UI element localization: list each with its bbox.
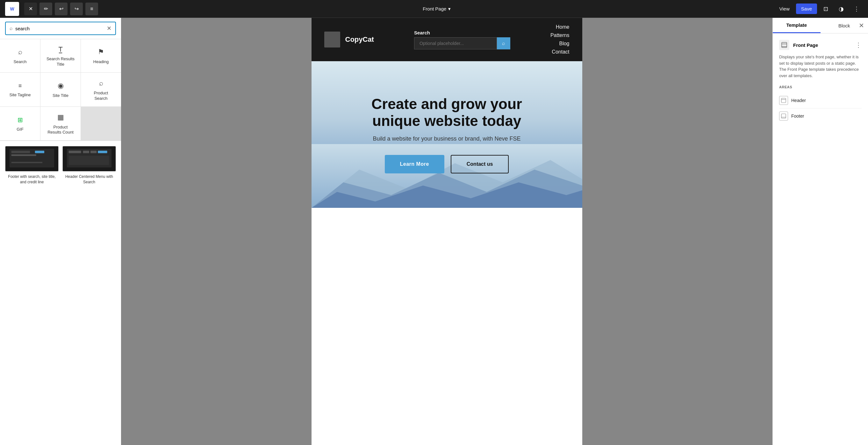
svg-rect-7 — [11, 162, 42, 163]
contrast-icon: ◑ — [839, 5, 844, 12]
search-widget-input[interactable] — [414, 37, 497, 50]
site-nav: Home Patterns Blog Contact — [551, 24, 569, 55]
svg-rect-22 — [781, 98, 786, 102]
left-sidebar: ⌕ ✕ ⌕ Search T̲ Search ResultsTitle ⚑ He… — [0, 18, 121, 445]
layout-icon: ⊡ — [824, 5, 828, 12]
search-widget-row: ⌕ — [414, 37, 510, 50]
close-button[interactable]: ✕ — [24, 3, 37, 15]
hero-content: Create and grow yourunique website today… — [371, 96, 522, 174]
layout-button[interactable]: ⊡ — [819, 3, 832, 15]
area-footer[interactable]: Footer — [779, 108, 862, 124]
svg-rect-11 — [83, 151, 90, 153]
learn-more-button[interactable]: Learn More — [385, 155, 444, 173]
search-block-icon: ⌕ — [18, 48, 22, 56]
svg-rect-4 — [11, 151, 30, 153]
header-area-icon — [779, 96, 788, 105]
hero-buttons: Learn More Contact us — [371, 155, 522, 173]
panel-content: Front Page ⋮ Displays your site's front … — [773, 33, 868, 445]
pencil-icon: ✏ — [44, 6, 48, 12]
search-widget-label: Search — [414, 30, 510, 35]
toolbar-center: Front Page ▾ — [423, 6, 451, 12]
search-input[interactable] — [15, 26, 104, 31]
block-label-product-results-count: ProductResults Count — [48, 125, 73, 136]
site-name: CopyCat — [345, 35, 374, 44]
block-label-heading: Heading — [93, 59, 108, 65]
list-view-button[interactable]: ≡ — [85, 3, 98, 15]
svg-rect-10 — [69, 151, 81, 153]
svg-text:W: W — [10, 6, 14, 11]
panel-template-item: Front Page ⋮ — [779, 40, 862, 50]
close-panel-button[interactable]: ✕ — [859, 22, 864, 29]
block-search-box: ⌕ ✕ — [0, 18, 121, 39]
area-header[interactable]: Header — [779, 93, 862, 108]
block-item-site-title[interactable]: ◉ Site Title — [40, 73, 81, 107]
top-toolbar: W ✕ ✏ ↩ ↪ ≡ Front Page ▾ View Save ⊡ ◑ — [0, 0, 868, 18]
toolbar-left: W ✕ ✏ ↩ ↪ ≡ — [5, 2, 98, 16]
svg-rect-5 — [11, 155, 36, 156]
hero-title: Create and grow yourunique website today — [371, 96, 522, 129]
search-widget-button[interactable]: ⌕ — [497, 37, 510, 50]
right-panel: Template Block ✕ Front Page ⋮ Displays y… — [772, 18, 868, 445]
tab-template[interactable]: Template — [773, 18, 820, 33]
pattern-header-label: Header Centered Menu with Search — [62, 174, 116, 185]
svg-rect-20 — [782, 44, 787, 44]
pencil-button[interactable]: ✏ — [39, 3, 52, 15]
block-item-product-search[interactable]: ⌕ ProductSearch — [81, 73, 121, 107]
nav-item-patterns[interactable]: Patterns — [551, 32, 569, 38]
page-title-button[interactable]: Front Page ▾ — [423, 6, 451, 12]
gif-block-icon: ⊞ — [18, 116, 23, 124]
view-button[interactable]: View — [776, 3, 794, 14]
panel-description: Displays your site's front page, whether… — [779, 54, 862, 79]
nav-item-blog[interactable]: Blog — [559, 41, 569, 47]
site-logo — [324, 32, 340, 48]
template-icon — [779, 40, 789, 50]
more-options-icon: ⋮ — [854, 5, 859, 12]
product-results-count-icon: ▦ — [57, 113, 64, 121]
undo-button[interactable]: ↩ — [55, 3, 67, 15]
footer-area-icon — [779, 112, 788, 120]
heading-block-icon: ⚑ — [98, 48, 104, 56]
nav-item-home[interactable]: Home — [556, 24, 569, 30]
contact-us-button[interactable]: Contact us — [451, 155, 509, 173]
footer-area-label: Footer — [791, 114, 804, 119]
block-item-search-results-title[interactable]: T̲ Search ResultsTitle — [40, 39, 81, 72]
pattern-header[interactable]: Header Centered Menu with Search — [62, 146, 116, 185]
site-title-icon: ◉ — [58, 82, 64, 90]
block-item-heading[interactable]: ⚑ Heading — [81, 39, 121, 72]
panel-item-title: Front Page — [793, 42, 818, 48]
block-grid: ⌕ Search T̲ Search ResultsTitle ⚑ Headin… — [0, 39, 121, 141]
block-item-product-results-count[interactable]: ▦ ProductResults Count — [40, 107, 81, 141]
header-search-widget: Search ⌕ — [414, 30, 510, 50]
pattern-footer-preview — [5, 146, 59, 172]
block-label-gif: GIF — [17, 127, 24, 132]
canvas-frame: CopyCat Search ⌕ Home Patterns Blog Con — [312, 18, 582, 445]
svg-rect-25 — [781, 117, 786, 117]
svg-rect-24 — [781, 114, 786, 118]
wordpress-logo-icon: W — [5, 2, 19, 16]
panel-item-menu-button[interactable]: ⋮ — [855, 41, 862, 49]
right-panel-tabs: Template Block ✕ — [773, 18, 868, 33]
header-area-label: Header — [791, 98, 806, 103]
clear-search-button[interactable]: ✕ — [107, 25, 112, 32]
nav-item-contact[interactable]: Contact — [552, 49, 569, 55]
more-options-button[interactable]: ⋮ — [850, 3, 863, 15]
chevron-down-icon: ▾ — [448, 6, 451, 12]
toolbar-right: View Save ⊡ ◑ ⋮ — [776, 3, 863, 15]
svg-rect-6 — [35, 151, 44, 153]
block-label-site-title: Site Title — [53, 93, 68, 98]
block-item-site-tagline[interactable]: ≡ Site Tagline — [0, 73, 40, 107]
svg-rect-12 — [90, 151, 97, 153]
block-label-search-results-title: Search ResultsTitle — [46, 56, 74, 67]
save-button[interactable]: Save — [796, 3, 817, 14]
block-item-gif[interactable]: ⊞ GIF — [0, 107, 40, 141]
search-input-wrapper: ⌕ ✕ — [5, 22, 116, 35]
pattern-footer[interactable]: Footer with search, site title, and cred… — [5, 146, 59, 185]
block-label-site-tagline: Site Tagline — [9, 92, 31, 98]
block-label-search: Search — [13, 59, 26, 65]
svg-rect-13 — [98, 151, 107, 153]
redo-button[interactable]: ↪ — [70, 3, 83, 15]
canvas-area: CopyCat Search ⌕ Home Patterns Blog Con — [121, 18, 772, 445]
block-item-search[interactable]: ⌕ Search — [0, 39, 40, 72]
page-title-label: Front Page — [423, 6, 446, 11]
contrast-button[interactable]: ◑ — [835, 3, 847, 15]
